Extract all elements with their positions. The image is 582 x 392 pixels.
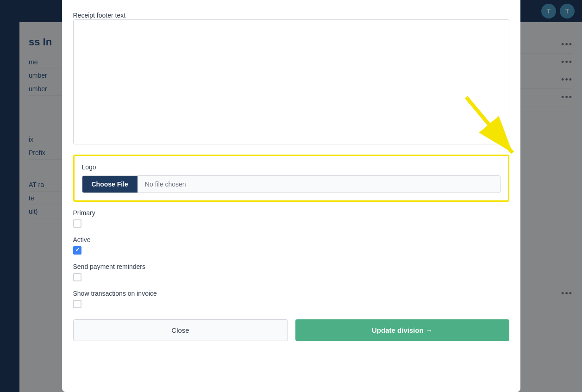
logo-label: Logo xyxy=(82,163,501,171)
show-transactions-checkbox-wrapper xyxy=(73,300,509,308)
receipt-footer-field: Receipt footer text xyxy=(73,11,509,146)
logo-section: Logo Choose File No file chosen xyxy=(73,155,509,202)
show-transactions-label: Show transactions on invoice xyxy=(73,290,509,297)
close-button[interactable]: Close xyxy=(73,319,288,341)
primary-label: Primary xyxy=(73,209,509,217)
send-payment-reminders-checkbox[interactable] xyxy=(73,273,81,281)
show-transactions-field: Show transactions on invoice xyxy=(73,290,509,308)
active-field: Active xyxy=(73,236,509,255)
primary-checkbox-wrapper xyxy=(73,219,509,228)
active-checkbox[interactable] xyxy=(73,246,81,255)
no-file-chosen-text: No file chosen xyxy=(138,180,500,188)
modal-dialog: Receipt footer text Logo Choose File No … xyxy=(62,0,520,392)
choose-file-button[interactable]: Choose File xyxy=(82,176,138,193)
update-division-button[interactable]: Update division → xyxy=(295,319,509,341)
active-checkbox-wrapper xyxy=(73,246,509,255)
send-payment-reminders-field: Send payment reminders xyxy=(73,263,509,281)
send-payment-reminders-label: Send payment reminders xyxy=(73,263,509,270)
receipt-footer-label: Receipt footer text xyxy=(73,12,126,19)
receipt-footer-textarea[interactable] xyxy=(73,19,509,144)
modal-footer: Close Update division → xyxy=(73,319,509,341)
active-label: Active xyxy=(73,236,509,243)
send-payment-reminders-checkbox-wrapper xyxy=(73,273,509,281)
file-input-row: Choose File No file chosen xyxy=(82,175,501,193)
primary-checkbox[interactable] xyxy=(73,219,81,228)
primary-field: Primary xyxy=(73,209,509,228)
show-transactions-checkbox[interactable] xyxy=(73,300,81,308)
